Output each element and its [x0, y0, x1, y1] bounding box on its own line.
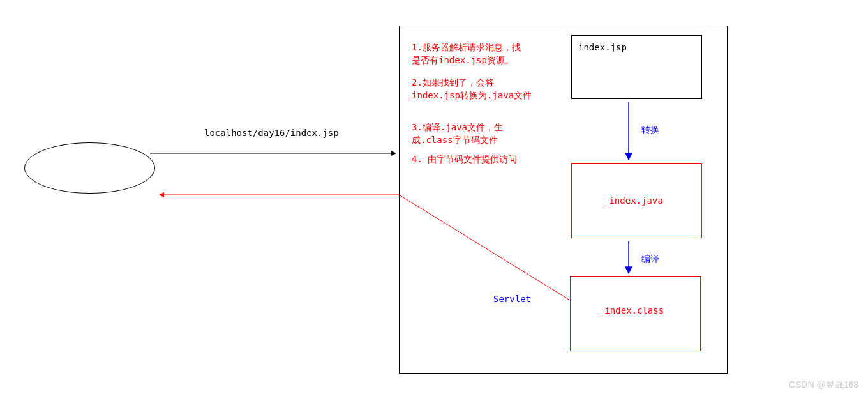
file-box-java: _index.java: [571, 163, 702, 238]
file-jsp-label: index.jsp: [578, 42, 627, 52]
diagram-container: { "request_url": "localhost/day16/index.…: [0, 0, 868, 396]
step-4-text: 4. 由字节码文件提供访问: [412, 153, 517, 166]
step-1-text: 1.服务器解析请求消息，找 是否有index.jsp资源。: [412, 42, 521, 66]
client-ellipse: [24, 142, 155, 194]
convert-label: 转换: [641, 125, 659, 136]
step-3-text: 3.编译.java文件，生 成.class字节码文件: [412, 121, 503, 146]
file-class-label: _index.class: [599, 305, 664, 316]
file-box-jsp: index.jsp: [571, 35, 702, 99]
compile-label: 编译: [641, 254, 659, 265]
file-java-label: _index.java: [604, 195, 663, 206]
request-url-label: localhost/day16/index.jsp: [204, 128, 339, 138]
servlet-label: Servlet: [493, 294, 531, 304]
step-2-text: 2.如果找到了，会将 index.jsp转换为.java文件: [412, 77, 532, 102]
file-box-class: _index.class: [570, 276, 701, 351]
watermark: CSDN @昱晟168: [789, 379, 858, 391]
